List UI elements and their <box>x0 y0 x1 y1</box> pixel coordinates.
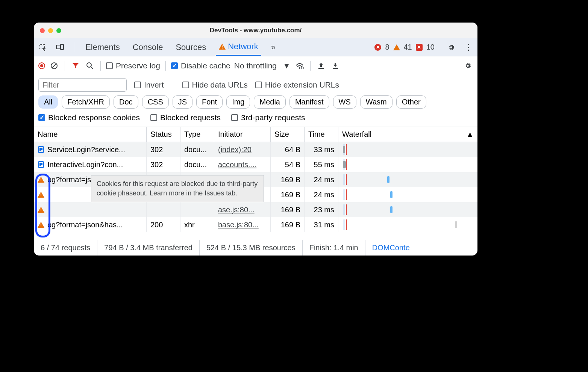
warning-icon <box>393 44 400 50</box>
network-toolbar: Preserve log Disable cache No throttling… <box>34 56 477 75</box>
chip-media[interactable]: Media <box>254 95 285 109</box>
settings-icon[interactable] <box>446 42 456 53</box>
window-title: DevTools - www.youtube.com/ <box>34 27 477 34</box>
chip-css[interactable]: CSS <box>142 95 169 109</box>
blocked-requests-checkbox[interactable]: Blocked requests <box>150 113 221 122</box>
col-time[interactable]: Time <box>305 127 338 142</box>
chip-manifest[interactable]: Manifest <box>289 95 329 109</box>
tab-console[interactable]: Console <box>130 38 166 56</box>
cookie-blocked-tooltip: Cookies for this request are blocked due… <box>91 175 264 202</box>
error-icon: ✕ <box>374 44 381 51</box>
third-party-checkbox[interactable]: 3rd-party requests <box>231 113 305 122</box>
initiator-link[interactable]: base.js:80... <box>218 221 259 229</box>
disable-cache-checkbox[interactable]: Disable cache <box>171 61 230 70</box>
cell-time: 24 ms <box>305 172 338 187</box>
chip-ws[interactable]: WS <box>333 95 356 109</box>
cell-size: 169 B <box>271 217 305 232</box>
cell-waterfall <box>338 142 477 157</box>
request-name: ServiceLogin?service... <box>47 145 125 154</box>
kebab-menu-icon[interactable]: ⋮ <box>463 42 474 53</box>
initiator-link[interactable]: ase.js:80... <box>218 206 255 214</box>
cell-type <box>180 202 214 217</box>
chip-other[interactable]: Other <box>396 95 426 109</box>
tab-sources[interactable]: Sources <box>173 38 209 56</box>
request-name: og?format=json&has... <box>47 221 123 229</box>
tab-network-label: Network <box>228 42 258 51</box>
chip-font[interactable]: Font <box>196 95 223 109</box>
svg-rect-2 <box>61 44 64 50</box>
message-icon: ✕ <box>416 44 423 51</box>
throttling-dropdown[interactable]: No throttling ▼ <box>234 61 291 70</box>
table-body: ServiceLogin?service...302docu...(index)… <box>34 142 477 240</box>
filter-icon[interactable] <box>70 60 81 71</box>
col-size[interactable]: Size <box>271 127 305 142</box>
chip-fetch-xhr[interactable]: Fetch/XHR <box>62 95 110 109</box>
cell-time: 23 ms <box>305 202 338 217</box>
status-requests: 6 / 74 requests <box>34 240 97 256</box>
status-domcontent[interactable]: DOMConte <box>365 240 417 256</box>
download-icon[interactable] <box>330 60 341 71</box>
hide-data-urls-checkbox[interactable]: Hide data URLs <box>182 80 248 89</box>
cell-waterfall <box>338 157 477 172</box>
initiator-link[interactable]: accounts.... <box>218 160 256 169</box>
svg-text:!: ! <box>221 45 223 49</box>
blocked-cookies-checkbox[interactable]: Blocked response cookies <box>38 113 140 122</box>
network-conditions-icon[interactable] <box>294 60 305 71</box>
cell-size: 169 B <box>271 172 305 187</box>
svg-point-8 <box>299 67 300 69</box>
warning-icon <box>38 207 44 213</box>
cell-waterfall <box>338 172 477 187</box>
table-row[interactable]: InteractiveLogin?con...302docu...account… <box>34 157 477 172</box>
svg-point-9 <box>301 67 303 69</box>
cell-waterfall <box>338 187 477 202</box>
main-tabs: Elements Console Sources ! Network » ✕ 8… <box>34 38 477 56</box>
cell-status: 302 <box>147 157 180 172</box>
clear-button[interactable] <box>49 60 59 71</box>
cell-status: 200 <box>147 217 180 232</box>
col-status[interactable]: Status <box>147 127 180 142</box>
devtools-window: DevTools - www.youtube.com/ Elements Con… <box>34 23 477 256</box>
document-icon <box>38 161 44 168</box>
filter-input[interactable] <box>38 78 127 92</box>
cell-time: 55 ms <box>305 157 338 172</box>
svg-line-5 <box>52 64 56 68</box>
cell-status: 302 <box>147 142 180 157</box>
chip-doc[interactable]: Doc <box>114 95 138 109</box>
invert-checkbox[interactable]: Invert <box>134 80 164 89</box>
sort-arrow-icon: ▲ <box>466 130 474 139</box>
col-name[interactable]: Name <box>34 127 147 142</box>
network-settings-icon[interactable] <box>462 60 473 71</box>
col-waterfall[interactable]: Waterfall▲ <box>338 127 477 142</box>
status-finish: Finish: 1.4 min <box>303 240 365 256</box>
cell-size: 169 B <box>271 202 305 217</box>
chip-js[interactable]: JS <box>173 95 192 109</box>
hide-extension-urls-checkbox[interactable]: Hide extension URLs <box>255 80 339 89</box>
upload-icon[interactable] <box>316 60 326 71</box>
table-row[interactable]: ServiceLogin?service...302docu...(index)… <box>34 142 477 157</box>
cell-type: docu... <box>180 142 214 157</box>
tab-elements[interactable]: Elements <box>82 38 123 56</box>
request-name: InteractiveLogin?con... <box>47 160 123 169</box>
cell-size: 64 B <box>271 142 305 157</box>
chip-all[interactable]: All <box>38 95 58 109</box>
error-count: 8 <box>385 43 389 51</box>
cell-size: 54 B <box>271 157 305 172</box>
search-icon[interactable] <box>85 60 95 71</box>
status-transferred: 794 B / 3.4 MB transferred <box>97 240 200 256</box>
chip-wasm[interactable]: Wasm <box>360 95 393 109</box>
issue-counts[interactable]: ✕ 8 41 ✕ 10 <box>374 43 435 51</box>
col-initiator[interactable]: Initiator <box>214 127 271 142</box>
col-type[interactable]: Type <box>180 127 214 142</box>
table-row[interactable]: ase.js:80...169 B23 ms <box>34 202 477 217</box>
device-toolbar-icon[interactable] <box>55 42 65 53</box>
more-tabs-icon[interactable]: » <box>268 42 279 53</box>
table-row[interactable]: og?format=json&has...200xhrbase.js:80...… <box>34 217 477 232</box>
tab-network[interactable]: ! Network <box>216 38 261 56</box>
record-button[interactable] <box>38 62 45 69</box>
preserve-log-checkbox[interactable]: Preserve log <box>106 61 160 70</box>
svg-point-6 <box>87 63 91 67</box>
initiator-link[interactable]: (index):20 <box>218 145 252 154</box>
warning-icon <box>38 192 44 198</box>
chip-img[interactable]: Img <box>226 95 250 109</box>
inspect-icon[interactable] <box>38 42 48 53</box>
